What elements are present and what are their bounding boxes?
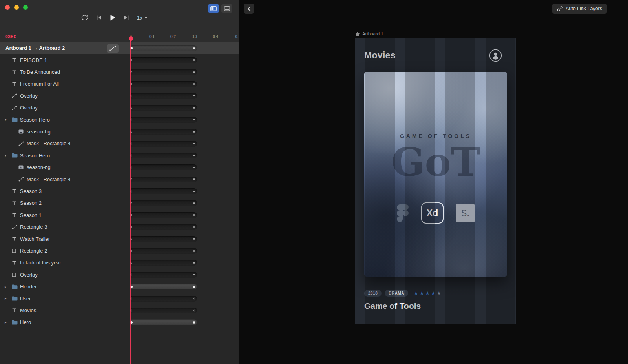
minimize-window-button[interactable] (14, 5, 19, 10)
timeline-track[interactable] (130, 224, 197, 230)
back-button[interactable] (244, 4, 254, 14)
transport-controls: 1x (81, 13, 148, 22)
playback-speed-dropdown[interactable]: 1x (137, 15, 148, 21)
layer-row-season-bg[interactable]: season-bg (0, 162, 239, 173)
disclosure-open-icon[interactable]: ▾ (5, 118, 12, 122)
transition-row[interactable]: Artboard 1 → Artboard 2 (0, 42, 239, 54)
layer-row-episode-1[interactable]: EPISODE 1 (0, 54, 239, 66)
skip-to-start-icon[interactable] (96, 15, 102, 20)
movie-title[interactable]: Game of Tools (364, 301, 421, 311)
layer-row-overlay[interactable]: Overlay (0, 269, 239, 280)
movies-screen-title[interactable]: Movies (364, 50, 396, 61)
timeline-track[interactable] (130, 200, 197, 206)
timeline-track[interactable] (130, 164, 197, 170)
disclosure-closed-icon[interactable]: ▸ (5, 320, 12, 324)
layer-label: In lack of this year (20, 260, 61, 266)
sidebar-view-toggle[interactable] (208, 4, 219, 13)
timeline-track[interactable] (130, 284, 197, 289)
folder-layer-icon (12, 284, 19, 289)
layer-row-hero[interactable]: ▸Hero (0, 317, 239, 328)
movie-poster[interactable]: GAME OF TOOLS GoT Xd S. (364, 72, 507, 277)
timeline-track[interactable] (130, 177, 197, 182)
sketch-logo: S. (456, 204, 475, 222)
layer-label: Hero (20, 319, 31, 325)
artboard-name-label[interactable]: Artboard 1 (355, 31, 383, 36)
play-button[interactable] (110, 14, 116, 21)
timeline-track[interactable] (130, 236, 197, 242)
layer-label: Mask - Rectangle 4 (27, 140, 71, 146)
canvas-area: Auto Link Layers Artboard 1 Movies GAME … (239, 0, 628, 364)
timeline-track[interactable] (130, 308, 197, 313)
timeline-track[interactable] (130, 57, 197, 63)
timeline-track[interactable] (130, 319, 197, 325)
movie-meta-row: 2018 DRAMA ★★★★★ (364, 290, 441, 297)
timeline-track[interactable] (130, 248, 197, 254)
layer-label: Rectangle 2 (20, 248, 47, 254)
layer-row-mask-rectangle-4[interactable]: Mask - Rectangle 4 (0, 173, 239, 185)
layer-row-season-1[interactable]: Season 1 (0, 209, 239, 221)
layer-row-overlay[interactable]: Overlay (0, 90, 239, 102)
chevron-down-icon (144, 17, 148, 19)
artboard[interactable]: Movies GAME OF TOOLS GoT Xd S. 2018 DRAM… (355, 38, 516, 324)
bottombar-view-toggle[interactable] (221, 4, 232, 13)
timeline-ruler[interactable]: 0SEC 00.10.20.30.40. (0, 31, 239, 42)
layer-row-rectangle-3[interactable]: Rectangle 3 (0, 221, 239, 233)
playhead-handle[interactable] (129, 36, 133, 41)
timeline-track[interactable] (130, 260, 197, 266)
layer-row-overlay[interactable]: Overlay (0, 102, 239, 114)
text-layer-icon (12, 189, 19, 193)
star-rating[interactable]: ★★★★★ (414, 291, 441, 296)
timeline-track[interactable] (130, 272, 197, 278)
auto-link-layers-button[interactable]: Auto Link Layers (552, 4, 607, 14)
layer-row-watch-trailer[interactable]: Watch Trailer (0, 233, 239, 245)
layer-row-rectangle-2[interactable]: Rectangle 2 (0, 245, 239, 257)
star-icon: ★ (425, 291, 430, 296)
layer-row-mask-rectangle-4[interactable]: Mask - Rectangle 4 (0, 138, 239, 149)
loop-icon[interactable] (81, 15, 88, 21)
timeline-track[interactable] (130, 153, 197, 158)
layer-row-season-hero[interactable]: ▾Season Hero (0, 149, 239, 161)
disclosure-closed-icon[interactable]: ▸ (5, 297, 12, 300)
auto-link-layers-label: Auto Link Layers (566, 6, 602, 11)
timeline-track[interactable] (130, 212, 197, 218)
zoom-window-button[interactable] (23, 5, 28, 10)
timeline-track[interactable] (130, 105, 197, 111)
layer-row-to-be-announced[interactable]: To Be Announced (0, 66, 239, 78)
skip-to-end-icon[interactable] (124, 15, 129, 20)
timeline-track[interactable] (130, 141, 197, 147)
layer-row-freemium-for-all[interactable]: Freemium For All (0, 78, 239, 90)
layer-row-season-2[interactable]: Season 2 (0, 197, 239, 209)
chevron-left-icon (247, 6, 251, 11)
layer-row-season-bg[interactable]: season-bg (0, 126, 239, 137)
timeline-track[interactable] (130, 296, 197, 302)
disclosure-open-icon[interactable]: ▾ (5, 153, 12, 157)
disclosure-closed-icon[interactable]: ▸ (5, 285, 12, 289)
layer-row-movies[interactable]: Movies (0, 304, 239, 316)
layer-row-in-lack-of-this-year[interactable]: In lack of this year (0, 257, 239, 269)
timeline-track[interactable] (130, 117, 197, 123)
timeline-track[interactable] (130, 129, 197, 135)
timeline-track[interactable] (130, 81, 197, 87)
text-layer-icon (12, 201, 19, 206)
layer-label: User (20, 296, 31, 302)
playhead-line[interactable] (130, 39, 131, 364)
layer-rows: EPISODE 1To Be AnnouncedFreemium For All… (0, 54, 239, 328)
close-window-button[interactable] (5, 5, 10, 10)
layer-row-season-hero[interactable]: ▾Season Hero (0, 114, 239, 126)
timeline-track[interactable] (130, 188, 197, 194)
year-badge[interactable]: 2018 (364, 290, 382, 297)
timeline-track[interactable] (130, 93, 197, 99)
layer-row-season-3[interactable]: Season 3 (0, 185, 239, 197)
sidebar-layout-icon (210, 6, 217, 11)
transition-track[interactable] (130, 46, 197, 51)
timeline-track[interactable] (130, 69, 197, 75)
user-avatar-icon[interactable] (489, 49, 502, 62)
genre-badge[interactable]: DRAMA (385, 290, 408, 297)
curve-layer-icon (18, 177, 26, 182)
layer-row-header[interactable]: ▸Header (0, 280, 239, 292)
layer-row-user[interactable]: ▸User (0, 293, 239, 304)
easing-curve-button[interactable] (107, 44, 119, 53)
layer-label: Season 2 (20, 200, 42, 206)
text-layer-icon (12, 58, 19, 62)
figma-logo-icon (397, 204, 409, 222)
